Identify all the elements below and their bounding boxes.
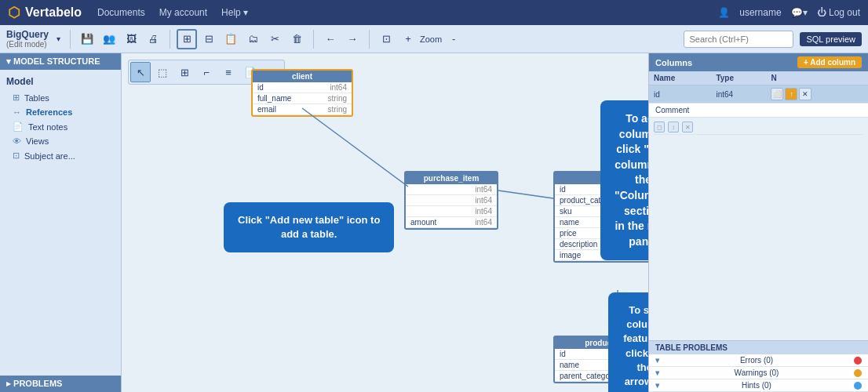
col-type: int64 xyxy=(475,196,492,205)
region-tool[interactable]: ⬚ xyxy=(152,62,173,82)
client-row-email[interactable]: email string xyxy=(253,104,352,115)
sidebar-item-subject-areas[interactable]: ⊡ Subject are... xyxy=(0,148,121,163)
extra-row-icon3[interactable]: ✕ xyxy=(682,122,693,132)
text-notes-label: Text notes xyxy=(28,122,67,132)
main-layout: ▾ MODEL STRUCTURE Model ⊞ Tables ↔ Refer… xyxy=(0,53,868,392)
pi-row-1[interactable]: int64 xyxy=(406,184,497,195)
column-features-tooltip: To see column features, click on the arr… xyxy=(608,292,648,392)
subject-areas-icon: ⊡ xyxy=(13,151,20,161)
tables-icon: ⊞ xyxy=(13,93,20,103)
subject-areas-label: Subject are... xyxy=(24,151,75,161)
views-icon: 👁 xyxy=(13,136,21,146)
select-tool[interactable]: ↖ xyxy=(130,62,151,82)
nav-help[interactable]: Help ▾ xyxy=(221,7,248,18)
nav-items: Documents My account Help ▾ xyxy=(97,7,248,18)
col-cell-name: id xyxy=(649,85,711,103)
col-name: name xyxy=(560,218,579,227)
sidebar-item-text-notes[interactable]: 📄 Text notes xyxy=(0,119,121,134)
divider-tool[interactable]: ≡ xyxy=(218,62,239,82)
add-table-button[interactable]: ⊞ xyxy=(177,29,197,49)
client-table[interactable]: client id int64 full_name string email s… xyxy=(251,69,353,117)
delete-button[interactable]: 🗑 xyxy=(286,29,307,49)
hints-arrow: ▾ xyxy=(655,381,659,390)
pi-row-3[interactable]: int64 xyxy=(406,206,497,217)
svg-line-1 xyxy=(498,191,553,198)
nav-my-account[interactable]: My account xyxy=(159,7,207,18)
add-column-button[interactable]: + Add column xyxy=(797,56,862,68)
add-column-tooltip: To add columns, click "Add column" in th… xyxy=(600,100,648,260)
sql-preview-button[interactable]: SQL preview xyxy=(800,32,862,46)
extra-row-icon2[interactable]: ↕ xyxy=(668,122,679,132)
right-panel: Columns + Add column Name Type N id int6… xyxy=(648,53,868,392)
warnings-row[interactable]: ▾ Warnings (0) xyxy=(649,367,868,379)
panel-extra-rows: ◻ ↕ ✕ xyxy=(649,118,868,137)
purchase-item-name: purchase_item xyxy=(424,174,480,183)
extra-row-icon1[interactable]: ◻ xyxy=(654,122,665,132)
search-input[interactable] xyxy=(684,31,793,48)
tool-btn-4[interactable]: 🗂 xyxy=(243,29,263,49)
client-row-id[interactable]: id int64 xyxy=(253,82,352,93)
purchase-item-header: purchase_item xyxy=(406,172,497,184)
toolbar-file-tools: 💾 👥 🖼 🖨 xyxy=(77,29,163,49)
model-label: Model xyxy=(0,73,121,90)
constraint-tool[interactable]: ⌐ xyxy=(196,62,217,82)
sidebar-item-views[interactable]: 👁 Views xyxy=(0,134,121,148)
comment-label: Comment xyxy=(655,106,689,114)
sidebar-item-tables[interactable]: ⊞ Tables xyxy=(0,90,121,105)
col-type: string xyxy=(328,94,347,103)
model-structure-header[interactable]: ▾ MODEL STRUCTURE xyxy=(0,53,121,70)
columns-header: Columns + Add column xyxy=(649,53,868,71)
errors-row[interactable]: ▾ Errors (0) xyxy=(649,354,868,367)
hint-indicator xyxy=(854,382,862,390)
col-type: string xyxy=(328,105,347,114)
col-name: price xyxy=(560,229,577,238)
project-dropdown-arrow[interactable]: ▾ xyxy=(57,34,60,43)
col-cell-type: int64 xyxy=(711,85,766,103)
zoom-in-button[interactable]: + xyxy=(398,29,418,49)
image-button[interactable]: 🖼 xyxy=(121,29,141,49)
col-type: int64 xyxy=(475,185,492,194)
pi-row-amount[interactable]: amount int64 xyxy=(406,217,497,228)
problems-section[interactable]: ▸ PROBLEMS xyxy=(0,376,121,392)
zoom-fit-button[interactable]: ⊡ xyxy=(376,29,396,49)
tool-btn-3[interactable]: 📋 xyxy=(221,29,241,49)
warning-indicator xyxy=(854,369,862,377)
client-table-header: client xyxy=(253,71,352,82)
cut-button[interactable]: ✂ xyxy=(264,29,285,49)
nav-documents[interactable]: Documents xyxy=(97,7,145,18)
pi-row-2[interactable]: int64 xyxy=(406,195,497,206)
col-cell-actions: ⬜ ↑ ✕ xyxy=(766,85,868,103)
toolbar-divider-2 xyxy=(170,30,170,49)
undo-button[interactable]: ← xyxy=(320,29,341,49)
warnings-arrow: ▾ xyxy=(655,368,659,377)
chat-icon[interactable]: 💬▾ xyxy=(791,7,808,18)
error-indicator xyxy=(854,357,862,365)
redo-button[interactable]: → xyxy=(342,29,363,49)
row-action-icon-delete[interactable]: ✕ xyxy=(799,88,811,100)
hints-row[interactable]: ▾ Hints (0) xyxy=(649,379,868,392)
sidebar-item-references[interactable]: ↔ References xyxy=(0,105,121,119)
print-button[interactable]: 🖨 xyxy=(143,29,163,49)
row-action-icon-arrow[interactable]: ↑ xyxy=(785,88,797,100)
purchase-item-table[interactable]: purchase_item int64 int64 int64 amount i… xyxy=(404,171,498,230)
col-name: description xyxy=(560,240,597,249)
users-button[interactable]: 👥 xyxy=(99,29,119,49)
col-name: id xyxy=(257,83,264,92)
errors-label: Errors (0) xyxy=(740,356,773,365)
table-tool[interactable]: ⊞ xyxy=(174,62,195,82)
col-name: full_name xyxy=(257,94,291,103)
tool-btn-2[interactable]: ⊟ xyxy=(199,29,219,49)
logout-button[interactable]: ⏻ Log out xyxy=(817,7,860,18)
nav-right: 👤 username 💬▾ ⏻ Log out xyxy=(718,7,860,18)
columns-table: Name Type N id int64 ⬜ ↑ ✕ xyxy=(649,71,868,103)
project-mode: (Edit mode) xyxy=(6,40,49,49)
save-button[interactable]: 💾 xyxy=(77,29,97,49)
svg-line-0 xyxy=(302,108,408,187)
zoom-out-button[interactable]: - xyxy=(443,29,464,49)
canvas-area[interactable]: ↖ ⬚ ⊞ ⌐ ≡ 📄 ▦ client id int64 full_name … xyxy=(122,53,648,392)
row-action-icon-1[interactable]: ⬜ xyxy=(771,88,783,100)
logo-text: Vertabelo xyxy=(25,5,82,20)
client-row-fullname[interactable]: full_name string xyxy=(253,93,352,104)
columns-table-row[interactable]: id int64 ⬜ ↑ ✕ xyxy=(649,85,868,103)
panel-spacer: ◻ ↕ ✕ xyxy=(649,118,868,340)
